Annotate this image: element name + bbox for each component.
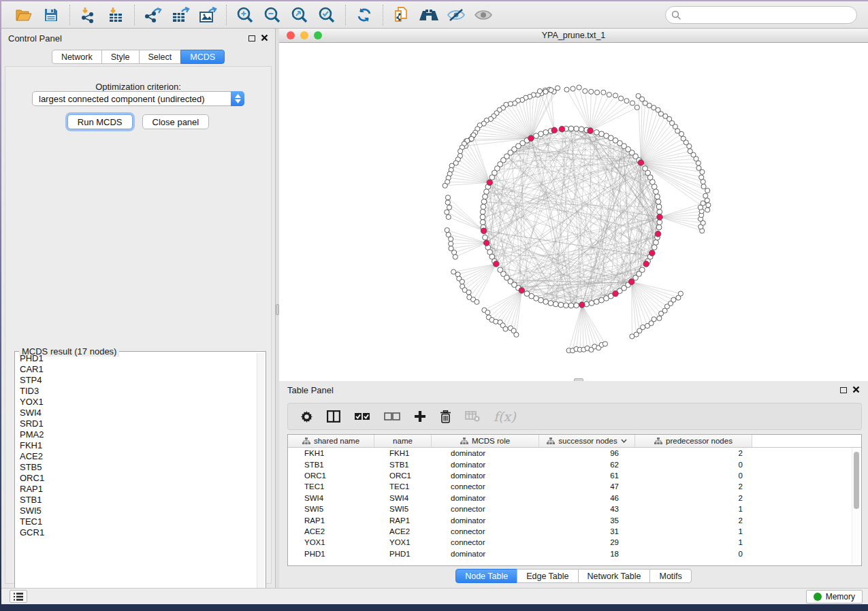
- network-node[interactable]: [553, 301, 559, 307]
- network-node[interactable]: [568, 303, 574, 308]
- network-node[interactable]: [559, 126, 565, 132]
- network-node[interactable]: [595, 90, 600, 95]
- network-node[interactable]: [589, 301, 594, 306]
- network-node[interactable]: [543, 89, 548, 94]
- search-input[interactable]: [665, 6, 857, 24]
- select-all-button[interactable]: [354, 412, 370, 420]
- delete-table-button[interactable]: [465, 411, 480, 422]
- table-row[interactable]: FKH1FKH1dominator962: [288, 448, 861, 459]
- table-row[interactable]: TEC1TEC1connector472: [288, 481, 861, 492]
- network-node[interactable]: [543, 299, 549, 305]
- network-node[interactable]: [564, 303, 569, 308]
- network-node[interactable]: [577, 85, 581, 90]
- mcds-result-item[interactable]: SRD1: [16, 418, 256, 429]
- network-node[interactable]: [619, 96, 624, 101]
- network-node[interactable]: [519, 288, 525, 294]
- network-node[interactable]: [656, 199, 661, 205]
- network-node[interactable]: [657, 214, 663, 220]
- network-node[interactable]: [475, 299, 479, 304]
- network-node[interactable]: [641, 325, 645, 329]
- network-node[interactable]: [453, 254, 457, 259]
- network-node[interactable]: [449, 242, 453, 246]
- mcds-list-scrollbar[interactable]: [257, 353, 264, 602]
- memory-button[interactable]: Memory: [806, 590, 863, 604]
- network-node[interactable]: [480, 210, 485, 215]
- close-panel-icon[interactable]: [261, 32, 268, 44]
- network-node[interactable]: [630, 101, 634, 105]
- network-node[interactable]: [551, 127, 558, 133]
- network-node[interactable]: [601, 90, 606, 95]
- network-node[interactable]: [654, 240, 659, 245]
- network-node[interactable]: [639, 267, 645, 273]
- function-builder-button[interactable]: f(x): [494, 409, 516, 424]
- open-file-button[interactable]: [12, 4, 35, 26]
- table-row[interactable]: ORC1ORC1dominator610: [288, 470, 861, 481]
- network-node[interactable]: [654, 189, 659, 195]
- network-node[interactable]: [607, 93, 611, 97]
- network-node[interactable]: [678, 291, 683, 296]
- network-node[interactable]: [705, 208, 710, 212]
- network-node[interactable]: [466, 290, 471, 295]
- network-node[interactable]: [460, 279, 464, 284]
- network-node[interactable]: [480, 220, 485, 225]
- network-node[interactable]: [657, 220, 662, 225]
- network-node[interactable]: [539, 297, 544, 303]
- network-node[interactable]: [494, 261, 500, 267]
- mcds-result-item[interactable]: TID3: [16, 386, 256, 397]
- table-row[interactable]: SWI4SWI4dominator462: [288, 493, 861, 503]
- table-row[interactable]: STB1STB1dominator620: [288, 459, 861, 469]
- network-node[interactable]: [589, 89, 594, 94]
- network-node[interactable]: [634, 105, 639, 110]
- network-node[interactable]: [701, 184, 706, 189]
- close-panel-button[interactable]: Close panel: [142, 114, 210, 129]
- column-header-name[interactable]: name: [374, 435, 432, 447]
- network-node[interactable]: [481, 204, 486, 210]
- mcds-result-item[interactable]: CAR1: [16, 364, 256, 375]
- column-header-predecessor-nodes[interactable]: predecessor nodes: [635, 435, 752, 447]
- table-row[interactable]: SWI5SWI5connector431: [288, 503, 861, 514]
- tab-network[interactable]: Network: [52, 50, 102, 64]
- network-node[interactable]: [574, 126, 579, 131]
- add-column-button[interactable]: [414, 410, 426, 423]
- network-node[interactable]: [446, 214, 451, 219]
- network-node[interactable]: [643, 166, 648, 171]
- zoom-out-button[interactable]: [261, 4, 284, 26]
- deselect-all-button[interactable]: [384, 412, 400, 420]
- network-node[interactable]: [583, 88, 588, 93]
- network-node[interactable]: [594, 130, 599, 135]
- network-node[interactable]: [588, 128, 594, 134]
- network-node[interactable]: [494, 319, 498, 324]
- network-node[interactable]: [579, 127, 584, 132]
- network-node[interactable]: [558, 302, 564, 308]
- network-node[interactable]: [638, 160, 644, 166]
- network-node[interactable]: [643, 261, 649, 267]
- network-node[interactable]: [656, 225, 662, 230]
- network-node[interactable]: [458, 149, 463, 154]
- tab-node-table[interactable]: Node Table: [455, 569, 517, 583]
- mcds-result-item[interactable]: RAP1: [16, 484, 256, 495]
- float-panel-icon[interactable]: [840, 387, 847, 393]
- network-node[interactable]: [443, 183, 447, 188]
- network-node[interactable]: [514, 332, 519, 337]
- network-node[interactable]: [452, 250, 457, 254]
- network-node[interactable]: [701, 201, 705, 205]
- table-row[interactable]: PHD1PHD1dominator180: [288, 548, 861, 559]
- table-scrollbar-thumb[interactable]: [854, 452, 859, 509]
- network-node[interactable]: [489, 175, 495, 180]
- network-node[interactable]: [480, 214, 485, 220]
- network-node[interactable]: [503, 327, 508, 331]
- network-node[interactable]: [681, 136, 686, 141]
- network-node[interactable]: [599, 131, 605, 137]
- table-row[interactable]: ACE2ACE2connector311: [288, 526, 861, 537]
- network-node[interactable]: [485, 310, 490, 315]
- network-node[interactable]: [481, 199, 487, 205]
- tab-motifs[interactable]: Motifs: [649, 569, 691, 583]
- zoom-in-button[interactable]: [234, 4, 257, 26]
- network-node[interactable]: [655, 231, 661, 237]
- network-node[interactable]: [671, 297, 676, 302]
- mcds-result-item[interactable]: SWI5: [16, 506, 256, 516]
- mcds-result-item[interactable]: TEC1: [16, 516, 256, 527]
- mcds-result-item[interactable]: YOX1: [16, 397, 256, 408]
- network-node[interactable]: [688, 149, 692, 154]
- network-node[interactable]: [534, 133, 539, 139]
